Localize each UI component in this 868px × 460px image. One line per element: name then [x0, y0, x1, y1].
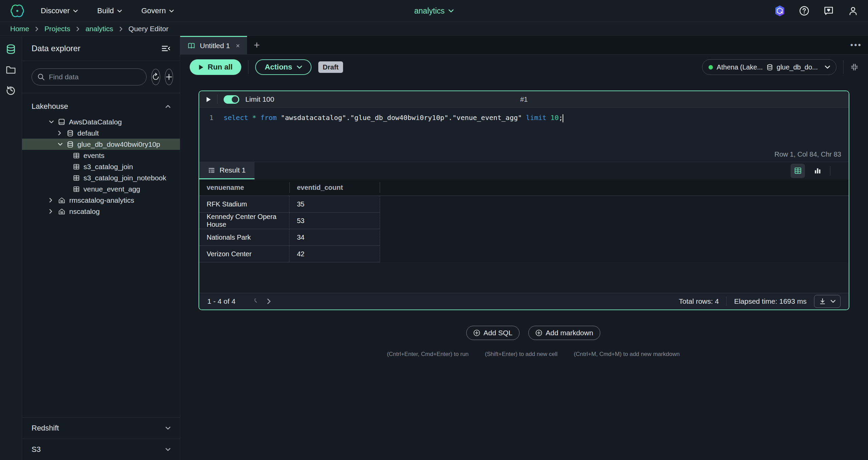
breadcrumb-analytics[interactable]: analytics	[86, 25, 113, 33]
table-row[interactable]: Verizon Center 42	[199, 246, 380, 262]
connection-selector[interactable]: Athena (Lake... glue_db_do...	[702, 59, 836, 75]
breadcrumb-projects[interactable]: Projects	[44, 25, 70, 33]
chevron-down-icon	[297, 65, 302, 69]
add-markdown-button[interactable]: Add markdown	[528, 326, 600, 340]
pagination-label: 1 - 4 of 4	[207, 297, 235, 305]
run-cell-icon[interactable]	[206, 97, 211, 102]
app-logo-icon[interactable]	[10, 3, 25, 19]
table-row[interactable]: Kennedy Center Opera House 53	[199, 213, 380, 229]
tree-item-venue-event-agg[interactable]: venue_event_agg	[22, 183, 180, 195]
add-sql-label: Add SQL	[484, 329, 512, 337]
tree-item-awsdatacatalog[interactable]: AwsDataCatalog	[22, 116, 180, 127]
database-icon	[767, 64, 773, 71]
sql-editor[interactable]: 1 select * from "awsdatacatalog"."glue_d…	[199, 107, 849, 162]
tree-item-label: nscatalog	[69, 207, 100, 216]
run-all-button[interactable]: Run all	[190, 59, 241, 75]
tree-item-glue-db[interactable]: glue_db_dow40bwi0ry10p	[22, 139, 180, 150]
cursor-position-status: Row 1, Col 84, Chr 83	[774, 151, 841, 158]
section-redshift[interactable]: Redshift	[22, 417, 180, 439]
find-data-search[interactable]	[32, 68, 147, 85]
files-rail-icon[interactable]	[6, 64, 16, 75]
column-header-venuename[interactable]: venuename	[199, 184, 289, 192]
add-data-button[interactable]	[165, 69, 173, 85]
download-results-button[interactable]	[814, 295, 841, 308]
actions-button[interactable]: Actions	[255, 59, 312, 75]
new-tab-button[interactable]: +	[247, 36, 267, 54]
search-input[interactable]	[49, 73, 141, 81]
chevron-down-icon	[117, 9, 122, 13]
amazon-q-icon[interactable]	[774, 5, 785, 16]
section-s3[interactable]: S3	[22, 439, 180, 460]
refresh-icon	[152, 73, 160, 81]
previous-page-icon[interactable]	[254, 299, 258, 304]
chart-view-button[interactable]	[810, 164, 825, 178]
next-page-icon[interactable]	[267, 299, 271, 304]
close-results-icon[interactable]	[836, 168, 843, 174]
lakehouse-catalog-icon	[58, 208, 65, 215]
refresh-button[interactable]	[151, 69, 160, 85]
play-icon	[199, 64, 204, 70]
menu-discover[interactable]: Discover	[41, 6, 78, 15]
help-icon[interactable]	[799, 5, 810, 16]
column-header-eventid-count[interactable]: eventid_count	[289, 184, 380, 192]
tree-item-s3-catalog-join-notebook[interactable]: s3_catalog_join_notebook	[22, 172, 180, 183]
tree-item-label: default	[77, 129, 99, 137]
cell-venuename: Nationals Park	[199, 229, 289, 245]
shortcut-new-markdown: (Cntrl+M, Cmd+M) to add new markdown	[574, 351, 680, 358]
close-tab-icon[interactable]	[235, 43, 240, 48]
keyboard-shortcuts-hints: (Cntrl+Enter, Cmd+Enter) to run (Shift+E…	[199, 351, 868, 358]
breadcrumb-home[interactable]: Home	[10, 25, 29, 33]
chevron-down-icon	[166, 426, 170, 430]
query-editor-main: Untitled 1 + ••• Run all Actions Draft A…	[180, 36, 868, 460]
limit-toggle[interactable]	[224, 95, 239, 104]
tree-item-rmscatalog-analytics[interactable]: rmscatalog-analytics	[22, 195, 180, 206]
section-lakehouse[interactable]: Lakehouse	[22, 99, 180, 116]
shortcut-run: (Cntrl+Enter, Cmd+Enter) to run	[387, 351, 469, 358]
tab-untitled-1[interactable]: Untitled 1	[180, 36, 247, 54]
table-view-button[interactable]	[791, 164, 805, 178]
tree-item-s3-catalog-join[interactable]: s3_catalog_join	[22, 161, 180, 172]
cell-eventid-count: 35	[289, 200, 304, 208]
line-number: 1	[199, 113, 224, 123]
collapse-cells-icon[interactable]	[850, 63, 858, 71]
results-divider	[830, 166, 830, 176]
table-row[interactable]: RFK Stadium 35	[199, 196, 380, 213]
footer-divider	[726, 297, 727, 306]
status-badge: Draft	[318, 61, 343, 73]
collapse-panel-icon[interactable]	[162, 45, 170, 52]
tree-item-default[interactable]: default	[22, 127, 180, 139]
tree-item-label: rmscatalog-analytics	[69, 196, 134, 204]
history-rail-icon[interactable]	[6, 85, 16, 95]
column-divider[interactable]	[380, 182, 380, 193]
breadcrumb-separator-icon	[76, 27, 79, 31]
project-selector[interactable]: analytics	[414, 6, 454, 16]
add-sql-button[interactable]: Add SQL	[466, 326, 520, 340]
menu-build-label: Build	[97, 6, 114, 15]
result-tab[interactable]: Result 1	[199, 162, 254, 179]
results-table-body: RFK Stadium 35 Kennedy Center Opera Hous…	[199, 196, 380, 262]
cell-venuename: RFK Stadium	[199, 196, 289, 212]
plus-circle-icon	[535, 329, 542, 336]
feedback-icon[interactable]	[823, 5, 834, 16]
menu-build[interactable]: Build	[97, 6, 122, 15]
result-tab-label: Result 1	[220, 166, 246, 174]
table-row[interactable]: Nationals Park 34	[199, 229, 380, 246]
chevron-right-icon	[49, 209, 52, 214]
tree-item-label: events	[83, 152, 105, 160]
cell-number: #1	[520, 96, 528, 103]
toolbar-divider	[843, 60, 844, 74]
run-all-label: Run all	[208, 63, 232, 72]
cell-eventid-count: 53	[289, 217, 304, 225]
breadcrumb-separator-icon	[119, 27, 122, 31]
shortcut-new-cell: (Shift+Enter) to add new cell	[485, 351, 558, 358]
menu-govern[interactable]: Govern	[141, 6, 174, 15]
column-divider[interactable]	[289, 182, 290, 193]
more-options-icon[interactable]: •••	[850, 40, 862, 50]
data-explorer-rail-icon[interactable]	[6, 44, 16, 54]
user-profile-icon[interactable]	[848, 5, 858, 16]
limit-label: Limit 100	[245, 95, 274, 103]
tree-item-events[interactable]: events	[22, 150, 180, 161]
tree-item-label: AwsDataCatalog	[69, 118, 122, 126]
tree-item-nscatalog[interactable]: nscatalog	[22, 206, 180, 217]
chevron-down-icon	[449, 9, 454, 13]
